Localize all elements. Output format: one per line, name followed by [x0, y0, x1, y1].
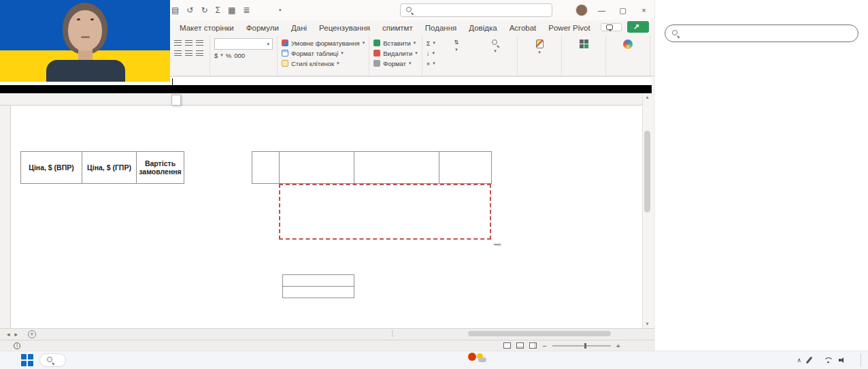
- comments-button[interactable]: [601, 23, 622, 31]
- window-title: ▾: [267, 0, 282, 20]
- percent-icon[interactable]: %: [226, 52, 231, 59]
- style-button[interactable]: Умовне форматування ▾: [282, 38, 365, 48]
- maximize-button[interactable]: ▢: [612, 0, 633, 20]
- align-left-icon[interactable]: [174, 50, 182, 56]
- chevron-down-icon[interactable]: ▾: [279, 7, 282, 13]
- chat-search-box[interactable]: [665, 25, 858, 42]
- horizontal-scrollbar[interactable]: [468, 331, 611, 336]
- ribbon-tab[interactable]: Дані: [285, 20, 313, 35]
- share-button[interactable]: ↗: [627, 21, 649, 33]
- tab-overflow-icon[interactable]: ⋮: [389, 330, 396, 337]
- quick-access-toolbar: ▤ ↺ ↻ Σ ▦ ≣: [171, 0, 250, 20]
- sum-icon[interactable]: Σ: [215, 5, 220, 15]
- ribbon-tab[interactable]: Довідка: [463, 20, 503, 35]
- close-button[interactable]: ×: [633, 0, 654, 20]
- show-desktop-button[interactable]: [861, 353, 863, 367]
- align-top-icon[interactable]: [174, 40, 182, 46]
- ribbon-tab[interactable]: Макет сторінки: [173, 20, 240, 35]
- transposed-row-label[interactable]: [283, 275, 354, 287]
- spreadsheet-grid[interactable]: Ціна, $ (ВПР)Ціна, $ (ГПР)Вартість замов…: [0, 106, 642, 328]
- menu-icon[interactable]: ≣: [243, 5, 250, 15]
- table-icon[interactable]: ▦: [228, 5, 235, 15]
- sort-filter-button[interactable]: ⇅▾: [439, 38, 474, 52]
- page-break-view-icon[interactable]: [529, 342, 537, 349]
- align-center-icon[interactable]: [185, 50, 193, 56]
- zoom-slider-thumb[interactable]: [584, 343, 586, 349]
- weather-widget[interactable]: [476, 353, 491, 364]
- status-bar: i − +: [0, 340, 654, 351]
- style-button[interactable]: Стилі клітинок ▾: [282, 59, 365, 68]
- table-header-cell[interactable]: Вартість замовлення: [137, 152, 184, 184]
- add-sheet-button[interactable]: +: [24, 329, 39, 340]
- align-middle-icon[interactable]: [185, 40, 193, 46]
- autosum-button[interactable]: Σ▾: [427, 38, 435, 48]
- chat-search-input[interactable]: [684, 29, 851, 38]
- alignment-buttons[interactable]: [174, 38, 205, 59]
- find-select-button[interactable]: ▾: [478, 38, 513, 54]
- transposed-row-label[interactable]: [283, 287, 354, 298]
- tray-expand-icon[interactable]: ∧: [797, 357, 801, 364]
- pen-icon[interactable]: [805, 356, 812, 364]
- scroll-up-icon[interactable]: ▲: [643, 93, 652, 101]
- taskbar-search[interactable]: [39, 353, 66, 367]
- prev-sheet-icon[interactable]: ◂: [7, 331, 10, 338]
- group-label-number: [214, 66, 273, 76]
- ribbon-tab[interactable]: Power Pivot: [542, 20, 596, 35]
- clear-button[interactable]: ×▾: [427, 59, 435, 68]
- wifi-icon[interactable]: [824, 357, 832, 364]
- undo-icon[interactable]: ↺: [186, 5, 193, 15]
- chevron-down-icon: ▾: [415, 50, 418, 56]
- zoom-in-icon[interactable]: +: [616, 342, 620, 350]
- cells-icon: [373, 50, 380, 57]
- search-icon: [672, 30, 680, 37]
- next-sheet-icon[interactable]: ▸: [15, 331, 18, 338]
- style-button[interactable]: Формат таблиці ▾: [282, 48, 365, 58]
- align-right-icon[interactable]: [196, 50, 203, 56]
- align-bottom-icon[interactable]: [196, 40, 203, 46]
- table-header-cell[interactable]: [439, 152, 492, 184]
- ribbon-group-copilot: [606, 35, 650, 76]
- addins-button[interactable]: [566, 38, 601, 48]
- vertical-scrollbar[interactable]: ▲ ▼: [642, 93, 652, 328]
- account-avatar[interactable]: [575, 4, 588, 16]
- minimize-button[interactable]: —: [591, 0, 612, 20]
- currency-icon[interactable]: $: [214, 52, 218, 59]
- comma-icon[interactable]: 000: [234, 52, 245, 59]
- table-header-cell[interactable]: [280, 152, 354, 184]
- ribbon-tab[interactable]: Формули: [240, 20, 285, 35]
- number-format-dropdown[interactable]: ▾: [214, 38, 273, 50]
- page-layout-view-icon[interactable]: [516, 342, 524, 349]
- price-table: [252, 151, 492, 184]
- volume-icon[interactable]: [839, 357, 846, 364]
- sheet-nav: ◂ ▸: [0, 329, 24, 340]
- copilot-button[interactable]: [610, 38, 646, 50]
- scrollbar-thumb[interactable]: [644, 131, 650, 212]
- ribbon-tab[interactable]: Рецензування: [313, 20, 376, 35]
- table-header-cell[interactable]: [354, 152, 439, 184]
- weather-icon: [476, 353, 487, 364]
- table-header-cell[interactable]: Ціна, $ (ГПР): [82, 152, 137, 184]
- chevron-down-icon: ▾: [337, 61, 339, 66]
- grid-icon[interactable]: ▤: [171, 5, 179, 15]
- ribbon-tab[interactable]: Acrobat: [503, 20, 543, 35]
- cells-button[interactable]: Видалити ▾: [373, 48, 418, 58]
- zoom-out-icon[interactable]: −: [542, 342, 546, 350]
- cells-button[interactable]: Формат ▾: [373, 59, 418, 68]
- ribbon-tab[interactable]: Подання: [419, 20, 463, 35]
- zoom-slider[interactable]: [552, 345, 611, 347]
- start-button[interactable]: [20, 353, 34, 367]
- cells-button[interactable]: Вставити ▾: [373, 38, 418, 48]
- sensitivity-button[interactable]: ▾: [522, 38, 557, 55]
- redo-icon[interactable]: ↻: [201, 5, 207, 15]
- chevron-down-icon: ▾: [267, 42, 269, 47]
- accessibility-status[interactable]: i: [14, 342, 23, 349]
- table-header-cell[interactable]: Ціна, $ (ВПР): [21, 152, 82, 184]
- normal-view-icon[interactable]: [503, 342, 511, 349]
- ribbon-tab[interactable]: спимтмт: [376, 20, 419, 35]
- office-search-box[interactable]: [400, 3, 552, 17]
- range-selection-border: [279, 184, 491, 240]
- table-header-cell[interactable]: [252, 152, 280, 184]
- presenter-mouth: [81, 36, 90, 38]
- scroll-down-icon[interactable]: ▼: [643, 320, 652, 328]
- fill-button[interactable]: ↓▾: [427, 48, 435, 58]
